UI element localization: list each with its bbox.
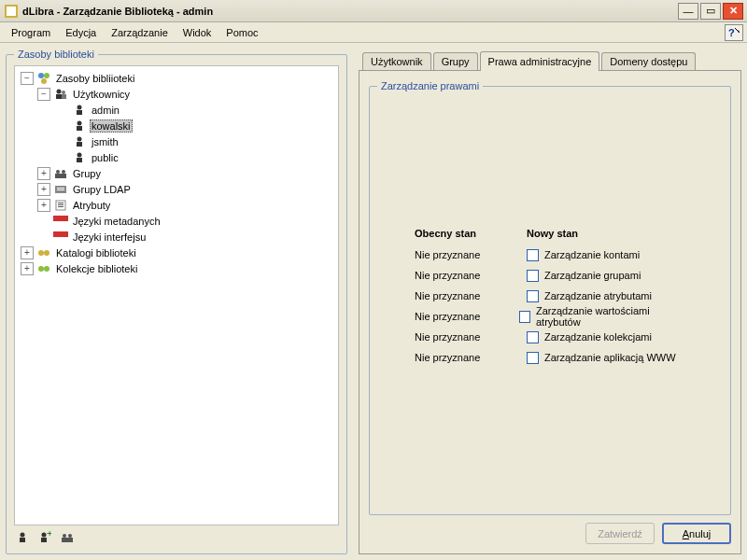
tree-groups[interactable]: + Grupy <box>17 165 336 181</box>
perm-checkbox[interactable] <box>527 352 539 364</box>
tree-user-admin[interactable]: admin <box>17 102 336 118</box>
menu-pomoc[interactable]: Pomoc <box>218 25 265 40</box>
tree-user-kowalski[interactable]: kowalski <box>17 118 336 133</box>
svg-point-12 <box>78 120 82 125</box>
resources-fieldset: Zasoby biblioteki − Zasoby bibliioteki −… <box>6 49 347 554</box>
selected-user-label: kowalski <box>90 119 133 133</box>
svg-rect-13 <box>77 126 82 131</box>
expand-icon[interactable]: + <box>37 183 50 196</box>
minimize-button[interactable]: — <box>678 3 698 20</box>
perm-label: Zarządzanie kontami <box>544 249 640 260</box>
svg-rect-26 <box>58 204 63 205</box>
perm-row: Nie przyznaneZarządzanie wartościami atr… <box>415 306 685 327</box>
person-icon <box>72 103 87 118</box>
svg-point-6 <box>57 89 62 93</box>
person-icon <box>72 134 87 149</box>
svg-point-8 <box>62 91 65 94</box>
context-help-icon[interactable]: ? <box>725 24 743 41</box>
group-icon <box>53 166 68 181</box>
svg-point-16 <box>78 152 82 157</box>
tree-catalogs[interactable]: + Katalogi biblioteki <box>17 245 336 260</box>
tree-root[interactable]: − Zasoby bibliioteki <box>17 70 336 86</box>
tree-user-jsmith[interactable]: jsmith <box>17 133 336 149</box>
svg-point-32 <box>38 250 44 256</box>
users-icon <box>53 87 68 102</box>
menu-program[interactable]: Program <box>4 25 58 40</box>
svg-point-35 <box>44 266 49 272</box>
svg-rect-1 <box>7 7 16 16</box>
rights-fieldset: Zarządzanie prawami Obecny stan Nowy sta… <box>369 80 731 515</box>
tree-users[interactable]: − Użytkownicy <box>17 86 336 102</box>
tab-domains[interactable]: Domeny dostępu <box>601 52 696 70</box>
titlebar: dLibra - Zarządzanie Biblioteką - admin … <box>0 0 747 22</box>
svg-rect-11 <box>77 110 82 115</box>
perm-checkbox[interactable] <box>527 249 539 261</box>
svg-rect-29 <box>53 216 68 221</box>
close-button[interactable]: ✕ <box>723 3 743 20</box>
tab-groups[interactable]: Grupy <box>433 52 478 70</box>
svg-rect-20 <box>55 174 66 178</box>
svg-rect-15 <box>77 142 82 147</box>
resources-legend: Zasoby biblioteki <box>14 49 98 60</box>
perm-row: Nie przyznaneZarządzanie kontami <box>415 245 685 265</box>
add-user-icon[interactable]: + <box>36 529 53 546</box>
multi-user-icon[interactable] <box>59 529 76 546</box>
attributes-icon <box>53 198 68 213</box>
resources-tree[interactable]: − Zasoby bibliioteki − Użytkownicy admin <box>14 65 339 525</box>
svg-rect-7 <box>56 94 62 99</box>
perm-checkbox[interactable] <box>519 311 530 323</box>
expand-icon[interactable]: + <box>37 199 50 212</box>
tab-user[interactable]: Użytkownik <box>362 52 431 70</box>
cancel-button[interactable]: Anuluj <box>662 523 731 544</box>
svg-point-34 <box>38 266 44 272</box>
svg-rect-23 <box>57 189 64 190</box>
maximize-button[interactable]: ▭ <box>700 3 721 20</box>
col-current: Obecny stan <box>415 228 527 239</box>
perm-label: Zarządzanie wartościami atrybutów <box>536 305 685 328</box>
tree-toolbar: + <box>14 525 339 546</box>
perm-label: Zarządzanie atrybutami <box>544 290 652 301</box>
resources-icon <box>36 71 51 86</box>
tree-collections[interactable]: + Kolekcje biblioteki <box>17 260 336 276</box>
collapse-icon[interactable]: − <box>37 88 50 101</box>
perm-checkbox[interactable] <box>527 270 539 282</box>
perm-row: Nie przyznaneZarządzanie atrybutami <box>415 286 685 306</box>
svg-point-14 <box>78 136 82 141</box>
tree-ldap[interactable]: + Grupy LDAP <box>17 181 336 197</box>
tree-attrs[interactable]: + Atrybuty <box>17 197 336 213</box>
perm-row: Nie przyznaneZarządzanie kolekcjami <box>415 327 685 347</box>
svg-rect-37 <box>20 538 25 542</box>
flag-icon <box>53 230 68 245</box>
expand-icon[interactable]: + <box>21 262 34 275</box>
perm-new: Zarządzanie wartościami atrybutów <box>519 305 685 328</box>
single-user-icon[interactable] <box>14 529 31 546</box>
svg-point-19 <box>62 170 65 174</box>
svg-point-3 <box>38 73 44 78</box>
catalogs-icon <box>36 245 51 260</box>
tree-ui-langs[interactable]: Języki interfejsu <box>17 229 336 245</box>
menu-widok[interactable]: Widok <box>176 25 219 40</box>
menu-zarzadzanie[interactable]: Zarządzanie <box>104 25 176 40</box>
perm-checkbox[interactable] <box>527 290 539 302</box>
perm-new: Zarządzanie atrybutami <box>527 290 652 302</box>
svg-rect-31 <box>53 231 68 237</box>
tab-admin-rights[interactable]: Prawa administracyjne <box>480 51 600 71</box>
perm-checkbox[interactable] <box>527 331 539 343</box>
perm-label: Zarządzanie grupami <box>544 270 641 281</box>
expand-icon[interactable]: + <box>21 246 34 259</box>
tabs: Użytkownik Grupy Prawa administracyjne D… <box>359 50 741 70</box>
expand-icon[interactable]: + <box>37 167 50 180</box>
svg-rect-17 <box>77 158 82 162</box>
tree-meta-langs[interactable]: Języki metadanych <box>17 213 336 229</box>
svg-point-33 <box>44 250 49 256</box>
menu-edycja[interactable]: Edycja <box>58 25 104 40</box>
perm-label: Zarządzanie aplikacją WWW <box>544 352 676 363</box>
perm-state: Nie przyznane <box>415 290 527 301</box>
rights-legend: Zarządzanie prawami <box>377 80 483 91</box>
perm-state: Nie przyznane <box>415 331 527 343</box>
collapse-icon[interactable]: − <box>21 72 34 85</box>
svg-point-4 <box>44 73 49 78</box>
col-new: Nowy stan <box>527 228 578 239</box>
tree-user-public[interactable]: public <box>17 149 336 165</box>
svg-point-36 <box>21 533 25 538</box>
